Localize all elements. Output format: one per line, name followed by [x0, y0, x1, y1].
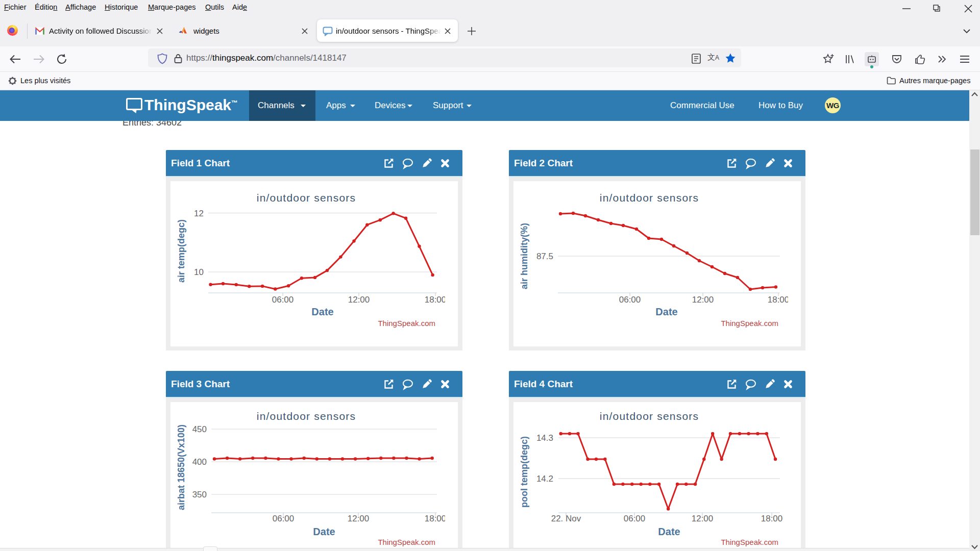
svg-text:air humidity(%): air humidity(%): [519, 223, 529, 289]
svg-text:Date: Date: [658, 526, 680, 537]
svg-text:Date: Date: [313, 526, 335, 537]
svg-text:ThingSpeak.com: ThingSpeak.com: [721, 538, 778, 546]
svg-text:air temp(degc): air temp(degc): [176, 219, 186, 283]
svg-text:ThingSpeak.com: ThingSpeak.com: [378, 319, 435, 328]
svg-text:in/outdoor sensors: in/outdoor sensors: [257, 192, 356, 204]
svg-text:06:00: 06:00: [272, 295, 294, 305]
svg-text:87.5: 87.5: [536, 252, 553, 261]
svg-text:airbat 18650(Vx100): airbat 18650(Vx100): [176, 424, 186, 510]
svg-text:12: 12: [194, 209, 204, 218]
svg-text:10: 10: [194, 267, 204, 277]
svg-text:pool temp(degc): pool temp(degc): [519, 436, 529, 508]
svg-text:Date: Date: [311, 306, 333, 317]
svg-text:400: 400: [192, 457, 207, 467]
svg-text:14.2: 14.2: [536, 474, 553, 484]
svg-text:18:00: 18:00: [425, 295, 447, 305]
svg-text:14.3: 14.3: [536, 433, 553, 443]
svg-text:350: 350: [192, 490, 207, 499]
svg-text:in/outdoor sensors: in/outdoor sensors: [257, 410, 356, 422]
svg-text:ThingSpeak.com: ThingSpeak.com: [378, 538, 435, 546]
svg-text:Date: Date: [655, 306, 677, 317]
svg-text:450: 450: [192, 424, 207, 434]
svg-text:12:00: 12:00: [348, 295, 370, 305]
svg-text:12:00: 12:00: [692, 295, 714, 305]
svg-text:18:00: 18:00: [768, 295, 790, 305]
svg-text:06:00: 06:00: [619, 295, 641, 305]
svg-text:in/outdoor sensors: in/outdoor sensors: [600, 410, 699, 422]
svg-text:in/outdoor sensors: in/outdoor sensors: [600, 192, 699, 204]
svg-text:ThingSpeak.com: ThingSpeak.com: [721, 319, 778, 328]
